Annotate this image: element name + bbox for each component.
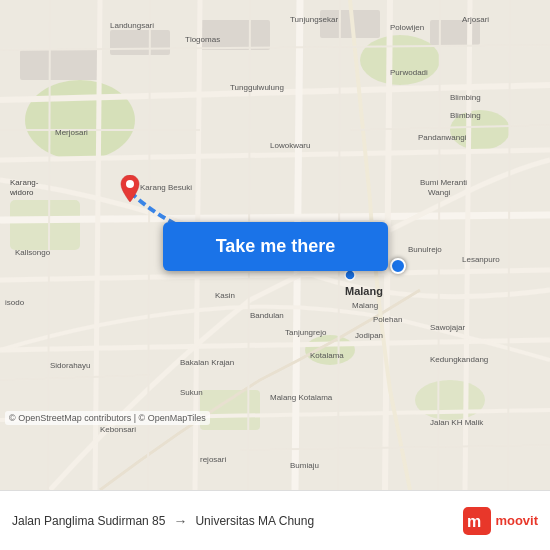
svg-text:Kallsongo: Kallsongo	[15, 248, 51, 257]
svg-text:Bumi Meranti: Bumi Meranti	[420, 178, 467, 187]
svg-text:Pandanwangi: Pandanwangi	[418, 133, 467, 142]
svg-text:Jodipan: Jodipan	[355, 331, 383, 340]
svg-text:Lesanpuro: Lesanpuro	[462, 255, 500, 264]
svg-rect-9	[110, 30, 170, 55]
svg-text:Sidorahayu: Sidorahayu	[50, 361, 90, 370]
svg-text:Purwodadi: Purwodadi	[390, 68, 428, 77]
svg-text:Merjosari: Merjosari	[55, 128, 88, 137]
svg-text:m: m	[467, 513, 481, 530]
svg-text:Tunjungsekar: Tunjungsekar	[290, 15, 339, 24]
svg-text:Malang Kotalama: Malang Kotalama	[270, 393, 333, 402]
svg-text:Karang Besuki: Karang Besuki	[140, 183, 192, 192]
svg-point-5	[305, 335, 355, 365]
location-pin	[118, 175, 142, 205]
svg-rect-4	[10, 200, 80, 250]
svg-point-1	[25, 80, 135, 160]
svg-text:Jalan KH Malik: Jalan KH Malik	[430, 418, 484, 427]
map-attribution: © OpenStreetMap contributors | © OpenMap…	[5, 411, 210, 425]
svg-text:widoro: widoro	[9, 188, 34, 197]
svg-text:Polowijen: Polowijen	[390, 23, 424, 32]
svg-point-2	[360, 35, 440, 85]
svg-text:Malang: Malang	[345, 285, 383, 297]
arrow-icon: →	[173, 513, 187, 529]
svg-text:Kasin: Kasin	[215, 291, 235, 300]
svg-text:isodo: isodo	[5, 298, 25, 307]
svg-text:Landungsari: Landungsari	[110, 21, 154, 30]
svg-text:Bakalan Krajan: Bakalan Krajan	[180, 358, 234, 367]
bottom-bar: Jalan Panglima Sudirman 85 → Universitas…	[0, 490, 550, 550]
svg-text:Malang: Malang	[352, 301, 378, 310]
svg-text:Bumiaju: Bumiaju	[290, 461, 319, 470]
svg-text:Tunggulwulung: Tunggulwulung	[230, 83, 284, 92]
svg-rect-8	[20, 50, 100, 80]
svg-text:Blimbing: Blimbing	[450, 93, 481, 102]
svg-point-75	[345, 270, 355, 280]
svg-text:Karang-: Karang-	[10, 178, 39, 187]
map-container: Landungsari Tlogomas Tunjungsekar Polowi…	[0, 0, 550, 490]
svg-text:Tlogomas: Tlogomas	[185, 35, 220, 44]
moovit-logo-icon: m	[463, 507, 491, 535]
svg-text:Kebonsari: Kebonsari	[100, 425, 136, 434]
svg-text:rejosari: rejosari	[200, 455, 226, 464]
svg-text:Bunulrejo: Bunulrejo	[408, 245, 442, 254]
moovit-logo: m moovit	[463, 507, 538, 535]
svg-text:Arjosari: Arjosari	[462, 15, 489, 24]
take-me-there-button[interactable]: Take me there	[163, 222, 388, 271]
destination-dot	[390, 258, 406, 274]
svg-text:Sawojajar: Sawojajar	[430, 323, 465, 332]
svg-text:Sukun: Sukun	[180, 388, 203, 397]
svg-text:Polehan: Polehan	[373, 315, 402, 324]
svg-text:Blimbing: Blimbing	[450, 111, 481, 120]
origin-text: Jalan Panglima Sudirman 85	[12, 514, 165, 528]
destination-text: Universitas MA Chung	[195, 514, 314, 528]
svg-point-76	[126, 180, 134, 188]
svg-text:Wangi: Wangi	[428, 188, 451, 197]
route-info: Jalan Panglima Sudirman 85 → Universitas…	[12, 513, 463, 529]
svg-text:Tanjungrejo: Tanjungrejo	[285, 328, 327, 337]
svg-text:Kedungkandang: Kedungkandang	[430, 355, 488, 364]
take-me-there-label: Take me there	[216, 236, 336, 257]
svg-text:Bandulan: Bandulan	[250, 311, 284, 320]
moovit-brand-text: moovit	[495, 513, 538, 528]
svg-text:Lowokwaru: Lowokwaru	[270, 141, 310, 150]
svg-text:Kotalama: Kotalama	[310, 351, 344, 360]
